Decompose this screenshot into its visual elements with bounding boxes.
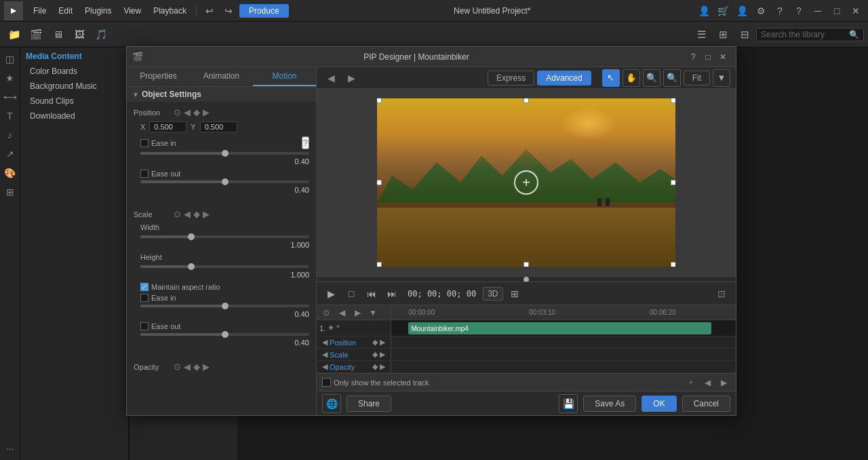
- menu-view[interactable]: View: [119, 5, 146, 17]
- play-button[interactable]: ▶: [322, 285, 340, 303]
- user-icon[interactable]: 👤: [696, 3, 712, 19]
- scale-ease-out-checkbox[interactable]: [140, 322, 149, 330]
- handle-bottom-left[interactable]: [377, 262, 382, 267]
- project-icon[interactable]: 📁: [4, 24, 24, 45]
- handle-top-right[interactable]: [671, 98, 675, 103]
- height-track[interactable]: [140, 265, 309, 268]
- express-button[interactable]: Express: [488, 71, 534, 85]
- pip-footer-add[interactable]: ＋: [684, 376, 698, 389]
- handle-mid-right[interactable]: [671, 180, 675, 185]
- ease-in-checkbox[interactable]: [140, 139, 149, 147]
- opacity-prev-icon[interactable]: ◀: [184, 362, 191, 372]
- ease-in-help-icon[interactable]: ?: [302, 136, 309, 149]
- tab-motion[interactable]: Motion: [253, 67, 316, 86]
- loop-button[interactable]: □: [342, 285, 360, 303]
- s-ease-out-track[interactable]: [140, 333, 309, 336]
- more-icon[interactable]: ···: [1, 440, 19, 457]
- share-button[interactable]: Share: [347, 396, 391, 412]
- s-ease-in-track[interactable]: [140, 305, 309, 307]
- kf-pos-right[interactable]: ▶: [380, 338, 385, 347]
- width-thumb[interactable]: [188, 233, 195, 240]
- media-panel-icon[interactable]: ◫: [1, 50, 19, 68]
- scale-next-icon[interactable]: ▶: [203, 209, 210, 219]
- list-view-icon[interactable]: ☰: [691, 24, 711, 45]
- media-item-color-boards[interactable]: Color Boards: [20, 64, 128, 79]
- 3d-button[interactable]: 3D: [483, 287, 502, 301]
- opacity-diamond-icon[interactable]: ◆: [193, 362, 200, 372]
- kf-opacity-arrow[interactable]: ◀: [322, 362, 328, 371]
- pip-next-keyframe[interactable]: ▶: [351, 306, 364, 320]
- account-icon[interactable]: 👤: [734, 3, 750, 19]
- menu-playback[interactable]: Playback: [149, 5, 191, 17]
- s-ease-out-thumb[interactable]: [222, 331, 229, 338]
- kf-opacity-right[interactable]: ▶: [380, 362, 385, 371]
- dialog-close[interactable]: ✕: [715, 50, 730, 64]
- pip-expand-icon[interactable]: ▼: [366, 306, 380, 320]
- save-as-button[interactable]: Save As: [583, 396, 636, 412]
- zoom-out-icon[interactable]: 🔍: [643, 69, 660, 87]
- help-icon[interactable]: ?: [772, 3, 788, 19]
- kf-scale-diamond[interactable]: ◆: [372, 350, 378, 359]
- transition-icon[interactable]: ⟷: [1, 88, 19, 106]
- settings-icon[interactable]: ⚙: [753, 3, 769, 19]
- effects-icon[interactable]: ★: [1, 69, 19, 87]
- menu-edit[interactable]: Edit: [54, 5, 77, 17]
- cancel-button[interactable]: Cancel: [682, 396, 730, 412]
- redo-button[interactable]: ↪: [220, 3, 237, 19]
- ease-in-thumb[interactable]: [222, 150, 229, 157]
- opacity-reset-icon[interactable]: ⊙: [174, 362, 181, 372]
- menu-plugins[interactable]: Plugins: [80, 5, 116, 17]
- preview-image[interactable]: [377, 98, 675, 267]
- kf-pos-diamond[interactable]: ◆: [372, 338, 378, 347]
- position-next-icon[interactable]: ▶: [203, 107, 210, 117]
- window-minimize[interactable]: ─: [810, 3, 826, 19]
- opacity-next-icon[interactable]: ▶: [203, 362, 210, 372]
- share-icon-button[interactable]: 🌐: [322, 394, 341, 413]
- audio-icon[interactable]: 🎵: [91, 24, 111, 45]
- scale-prev-icon[interactable]: ◀: [184, 209, 191, 219]
- pip-footer-nav-l[interactable]: ◀: [701, 376, 714, 389]
- kf-scale-right[interactable]: ▶: [380, 350, 385, 359]
- ease-out-thumb[interactable]: [222, 178, 229, 185]
- x-value[interactable]: 0.500: [149, 121, 186, 132]
- handle-bottom-mid[interactable]: [524, 262, 529, 267]
- notification-icon[interactable]: 🛒: [715, 3, 731, 19]
- prev-frame-button[interactable]: ⏮: [363, 285, 380, 303]
- pip-footer-nav-r[interactable]: ▶: [717, 376, 730, 389]
- dialog-minimize[interactable]: □: [701, 50, 715, 64]
- ease-out-track[interactable]: [140, 180, 309, 183]
- y-value[interactable]: 0.500: [200, 121, 237, 132]
- menu-file[interactable]: File: [28, 5, 51, 17]
- pip-prev-keyframe[interactable]: ◀: [335, 306, 349, 320]
- section-object-settings[interactable]: ▼ Object Settings: [127, 87, 316, 102]
- position-prev-icon[interactable]: ◀: [184, 107, 191, 117]
- media-item-sound-clips[interactable]: Sound Clips: [20, 94, 128, 109]
- next-frame-button[interactable]: ⏭: [383, 285, 401, 303]
- position-diamond-icon[interactable]: ◆: [193, 107, 200, 117]
- scale-diamond-icon[interactable]: ◆: [193, 209, 200, 219]
- window-help[interactable]: ?: [791, 3, 807, 19]
- save-as-icon-button[interactable]: 💾: [559, 394, 578, 413]
- tab-properties[interactable]: Properties: [127, 67, 190, 86]
- pip-panel-icon[interactable]: ⊞: [1, 183, 19, 201]
- image-icon[interactable]: 🖼: [69, 24, 90, 45]
- scale-ease-in-checkbox[interactable]: [140, 294, 149, 302]
- search-input[interactable]: [761, 30, 849, 39]
- preview-nav-back[interactable]: ◀: [322, 69, 340, 87]
- select-tool-icon[interactable]: ↖: [602, 69, 620, 87]
- detail-view-icon[interactable]: ⊟: [734, 24, 755, 45]
- fit-button[interactable]: Fit: [684, 71, 710, 85]
- fit-dropdown-icon[interactable]: ▼: [713, 69, 730, 87]
- only-selected-checkbox[interactable]: [322, 378, 331, 387]
- ease-in-track[interactable]: [140, 152, 309, 155]
- advanced-button[interactable]: Advanced: [537, 71, 591, 85]
- handle-top-mid[interactable]: [524, 98, 529, 103]
- undo-button[interactable]: ↩: [201, 3, 218, 19]
- produce-button[interactable]: Produce: [239, 4, 289, 18]
- fullscreen-icon[interactable]: ⊞: [506, 285, 524, 303]
- window-close[interactable]: ✕: [848, 3, 864, 19]
- kf-scale-arrow[interactable]: ◀: [322, 350, 328, 359]
- dialog-help[interactable]: ?: [686, 50, 701, 64]
- kf-opacity-diamond[interactable]: ◆: [372, 362, 378, 371]
- pip-fullscreen-icon[interactable]: ⊡: [713, 285, 730, 303]
